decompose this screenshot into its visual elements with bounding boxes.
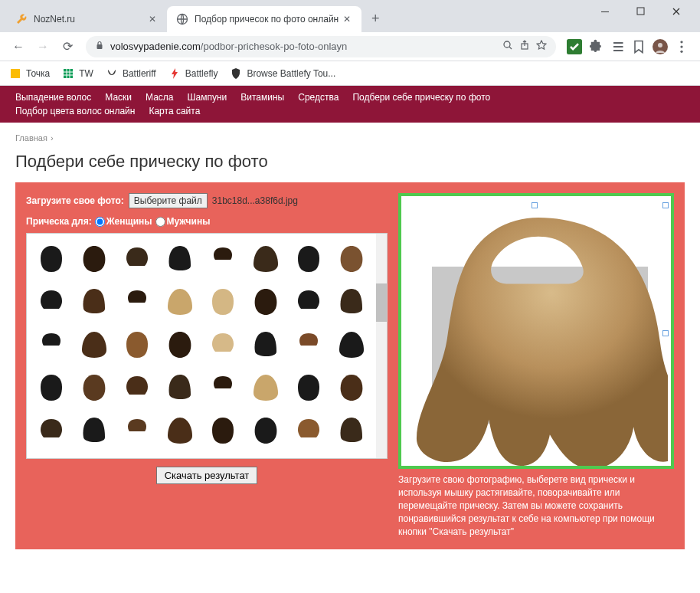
grid-scrollbar[interactable] <box>376 234 387 458</box>
hairstyle-option[interactable] <box>332 410 371 450</box>
download-button[interactable]: Скачать результат <box>156 467 258 484</box>
hairstyle-option[interactable] <box>289 453 329 459</box>
hairstyle-option[interactable] <box>117 281 157 321</box>
hairstyle-option[interactable] <box>31 238 71 278</box>
hairstyle-option[interactable] <box>31 410 71 450</box>
hairstyle-option[interactable] <box>332 367 371 407</box>
bookmark-item[interactable]: Точка <box>9 67 50 80</box>
hairstyle-option[interactable] <box>246 324 286 364</box>
hairstyle-option[interactable] <box>203 410 243 450</box>
hairstyle-option[interactable] <box>31 324 71 364</box>
nav-link[interactable]: Выпадение волос <box>15 90 91 104</box>
menu-icon[interactable] <box>674 39 689 54</box>
browser-tab-1[interactable]: NozNet.ru ✕ <box>6 6 167 32</box>
nav-link[interactable]: Подбери себе прическу по фото <box>352 90 490 104</box>
new-tab-button[interactable]: + <box>365 8 386 29</box>
list-icon[interactable] <box>610 39 625 54</box>
search-icon[interactable] <box>502 40 513 53</box>
nav-link[interactable]: Витамины <box>240 90 284 104</box>
bookmark-icon[interactable] <box>631 39 646 54</box>
breadcrumb-home[interactable]: Главная <box>15 133 47 143</box>
hairstyle-option[interactable] <box>203 281 243 321</box>
close-window-button[interactable] <box>659 0 694 23</box>
hair-overlay[interactable] <box>409 210 668 469</box>
resize-handle-e[interactable] <box>662 330 669 336</box>
hairstyle-option[interactable] <box>117 410 157 450</box>
hairstyle-option[interactable] <box>160 410 200 450</box>
hairstyle-option[interactable] <box>160 453 200 459</box>
hairstyle-option[interactable] <box>332 281 371 321</box>
hairstyle-option[interactable] <box>117 238 157 278</box>
hairstyle-option[interactable] <box>117 453 157 459</box>
nav-link[interactable]: Карта сайта <box>149 104 200 118</box>
share-icon[interactable] <box>519 40 530 53</box>
scrollbar-thumb[interactable] <box>376 283 387 322</box>
hairstyle-option[interactable] <box>332 324 371 364</box>
hairstyle-option[interactable] <box>289 281 329 321</box>
hairstyle-option[interactable] <box>246 453 286 459</box>
hairstyle-option[interactable] <box>74 410 114 450</box>
browser-tab-2[interactable]: Подбор причесок по фото онлайн ✕ <box>167 6 361 32</box>
hairstyle-option[interactable] <box>246 281 286 321</box>
lock-icon <box>95 41 104 52</box>
forward-button[interactable]: → <box>32 36 54 57</box>
bookmark-item[interactable]: TW <box>62 67 93 80</box>
gender-male-radio[interactable] <box>155 217 165 227</box>
nav-link[interactable]: Маски <box>105 90 132 104</box>
hairstyle-option[interactable] <box>203 238 243 278</box>
hairstyle-option[interactable] <box>289 324 329 364</box>
maximize-button[interactable] <box>623 0 659 23</box>
hairstyle-option[interactable] <box>203 367 243 407</box>
svg-point-9 <box>680 41 682 43</box>
hairstyle-option[interactable] <box>31 453 71 459</box>
instructions-text: Загрузите свою фотографию, выберете вид … <box>398 473 674 539</box>
resize-handle-n[interactable] <box>532 202 538 208</box>
puzzle-icon[interactable] <box>588 39 604 54</box>
hairstyle-option[interactable] <box>74 453 114 459</box>
back-button[interactable]: ← <box>8 36 29 57</box>
nav-link[interactable]: Подбор цвета волос онлайн <box>15 104 135 118</box>
hairstyle-option[interactable] <box>74 367 114 407</box>
star-icon[interactable] <box>536 40 547 53</box>
hairstyle-option[interactable] <box>74 238 114 278</box>
hairstyle-option[interactable] <box>289 367 329 407</box>
avatar[interactable] <box>653 39 668 54</box>
choose-file-button[interactable]: Выберите файл <box>129 193 208 208</box>
nav-link[interactable]: Средства <box>298 90 339 104</box>
hairstyle-option[interactable] <box>289 238 329 278</box>
minimize-button[interactable] <box>588 0 623 23</box>
hairstyle-option[interactable] <box>74 324 114 364</box>
hairstyle-option[interactable] <box>160 324 200 364</box>
hairstyle-option[interactable] <box>332 238 371 278</box>
hairstyle-option[interactable] <box>289 410 329 450</box>
reload-button[interactable]: ⟳ <box>57 36 78 57</box>
resize-handle-ne[interactable] <box>662 202 669 208</box>
hairstyle-option[interactable] <box>74 281 114 321</box>
nav-link[interactable]: Шампуни <box>188 90 227 104</box>
hairstyle-option[interactable] <box>203 324 243 364</box>
svg-rect-13 <box>64 69 73 78</box>
hairstyle-option[interactable] <box>31 367 71 407</box>
hairstyle-option[interactable] <box>246 367 286 407</box>
close-icon[interactable]: ✕ <box>147 14 158 25</box>
browser-toolbar: ← → ⟳ volosvypadenie.com/podbor-pricheso… <box>0 32 700 61</box>
bookmark-item[interactable]: Browse Battlefy Tou... <box>230 67 335 80</box>
close-icon[interactable]: ✕ <box>342 14 352 25</box>
hairstyle-option[interactable] <box>117 367 157 407</box>
hairstyle-option[interactable] <box>117 324 157 364</box>
hairstyle-option[interactable] <box>203 453 243 459</box>
nav-link[interactable]: Масла <box>146 90 173 104</box>
hairstyle-option[interactable] <box>160 238 200 278</box>
hairstyle-option[interactable] <box>246 238 286 278</box>
hairstyle-option[interactable] <box>160 367 200 407</box>
hairstyle-option[interactable] <box>246 410 286 450</box>
bookmark-item[interactable]: Battleriff <box>106 67 156 80</box>
bookmark-item[interactable]: Battlefly <box>168 67 218 80</box>
hairstyle-option[interactable] <box>332 453 371 459</box>
gender-female-radio[interactable] <box>95 217 105 227</box>
hairstyle-option[interactable] <box>160 281 200 321</box>
address-bar[interactable]: volosvypadenie.com/podbor-prichesok-po-f… <box>86 36 556 57</box>
preview-canvas[interactable] <box>398 193 674 469</box>
hairstyle-option[interactable] <box>31 281 71 321</box>
check-extension-icon[interactable] <box>567 39 582 54</box>
